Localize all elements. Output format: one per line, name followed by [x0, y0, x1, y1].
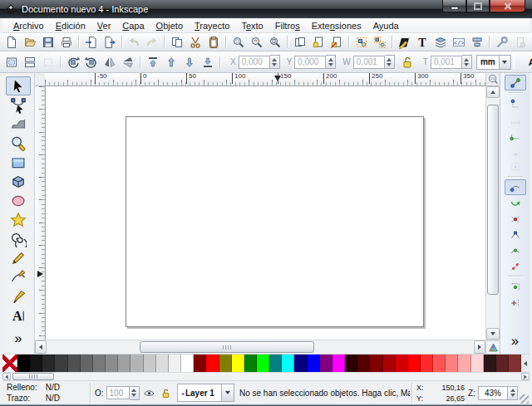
color-swatch-28[interactable] [357, 355, 370, 372]
color-swatch-36[interactable] [458, 355, 470, 372]
lower-to-bottom-button[interactable] [199, 54, 217, 71]
color-swatch-3[interactable] [42, 355, 55, 372]
chevron-down-icon[interactable] [221, 384, 234, 401]
color-swatch-5[interactable] [68, 355, 81, 372]
color-swatch-30[interactable] [383, 355, 396, 372]
resize-grip[interactable] [520, 394, 529, 404]
snap-cusp-nodes-button[interactable] [505, 227, 526, 242]
opacity-input[interactable] [106, 386, 130, 399]
color-swatch-15[interactable] [194, 355, 206, 372]
star-button[interactable] [6, 210, 31, 229]
snap-smooth-nodes-button[interactable] [505, 242, 526, 258]
snap-path-intersections-button[interactable] [505, 211, 526, 227]
menu-ver[interactable]: Ver [91, 19, 117, 32]
color-swatch-18[interactable] [232, 355, 244, 372]
fill-stroke-indicator[interactable]: Relleno: N/D Trazo: N/D [2, 381, 88, 404]
cms-display-adjust-button[interactable] [487, 341, 500, 354]
menu-trayecto[interactable]: Trayecto [189, 19, 235, 32]
vertical-ruler[interactable] [35, 86, 46, 340]
menu-ayuda[interactable]: Ayuda [367, 19, 405, 32]
redo-button[interactable] [143, 34, 161, 51]
color-swatch-12[interactable] [156, 355, 169, 372]
color-swatch-34[interactable] [433, 355, 446, 372]
x-spin-buttons[interactable] [270, 55, 280, 69]
color-swatch-8[interactable] [106, 355, 118, 372]
color-swatch-11[interactable] [144, 355, 156, 372]
titlebar[interactable]: Documento nuevo 4 - Inkscape [0, 0, 532, 18]
scroll-right-button[interactable] [474, 340, 485, 354]
h-spin-buttons[interactable] [462, 55, 472, 69]
import-button[interactable] [82, 34, 101, 51]
color-swatch-26[interactable] [332, 355, 345, 372]
color-swatch-13[interactable] [169, 355, 181, 372]
cut-button[interactable] [186, 34, 204, 51]
color-swatch-20[interactable] [257, 355, 269, 372]
snap-nodes-button[interactable] [505, 179, 526, 195]
w-input[interactable] [353, 56, 385, 69]
w-spin-buttons[interactable] [385, 55, 395, 69]
hscroll-thumb[interactable] [140, 341, 314, 353]
zoom-1-1-button[interactable]: 1:1 [487, 73, 500, 86]
snap-midpoints-button[interactable] [505, 258, 526, 274]
menu-extensiones[interactable]: Extensiones [306, 19, 367, 32]
xml-editor-button[interactable]: </> [450, 34, 468, 51]
ungroup-button[interactable] [371, 34, 389, 51]
export-button[interactable] [101, 34, 119, 51]
color-swatch-16[interactable] [206, 355, 219, 372]
scroll-left-button[interactable] [35, 340, 47, 354]
snap-object-centers-button[interactable] [505, 279, 526, 295]
horizontal-scrollbar[interactable] [35, 340, 500, 354]
snap-paths-button[interactable] [505, 195, 526, 211]
toolbox-overflow-chevron[interactable]: » [15, 331, 22, 346]
tweak-button[interactable] [6, 115, 31, 134]
snap-bbox-edges-button[interactable] [505, 111, 526, 127]
bezier-button[interactable] [6, 267, 31, 286]
snap-bbox-centers-button[interactable] [505, 159, 526, 174]
layers-dialog-button[interactable] [431, 34, 450, 51]
color-swatch-14[interactable] [181, 355, 194, 372]
hscroll-track[interactable] [47, 340, 474, 354]
color-swatch-33[interactable] [421, 355, 433, 372]
rotate-cw-button[interactable] [82, 54, 101, 71]
zoom-button[interactable] [6, 134, 31, 153]
snap-enable-button[interactable] [505, 75, 526, 90]
close-button[interactable] [490, 0, 525, 12]
flip-horizontal-button[interactable] [101, 54, 119, 71]
create-clone-button[interactable] [309, 34, 328, 51]
open-document-button[interactable] [21, 34, 39, 51]
palette-scrollbar[interactable] [2, 372, 530, 380]
color-swatch-35[interactable] [446, 355, 458, 372]
opacity-spin-buttons[interactable] [130, 386, 140, 400]
color-swatch-25[interactable] [320, 355, 332, 372]
color-swatch-1[interactable] [17, 355, 30, 372]
unit-select[interactable]: mm [476, 55, 511, 70]
save-document-button[interactable] [39, 34, 57, 51]
color-swatch-40[interactable] [509, 355, 521, 372]
zoom-spin-buttons[interactable] [508, 386, 518, 400]
zoom-page-button[interactable] [266, 34, 284, 51]
chevron-down-icon[interactable] [499, 56, 510, 69]
pencil-button[interactable] [6, 248, 31, 267]
document-properties-button[interactable] [511, 34, 530, 51]
color-swatch-38[interactable] [484, 355, 496, 372]
vscroll-track[interactable] [486, 98, 500, 328]
minimize-button[interactable] [442, 0, 466, 12]
ellipse-button[interactable] [6, 191, 31, 210]
paste-button[interactable] [204, 34, 223, 51]
y-input[interactable] [294, 56, 326, 69]
menu-objeto[interactable]: Objeto [150, 19, 189, 32]
color-swatch-9[interactable] [118, 355, 131, 372]
text-dialog-button[interactable]: T [413, 34, 431, 51]
layer-select[interactable]: - Layer 1 [177, 384, 234, 402]
raise-button[interactable] [162, 54, 180, 71]
horizontal-ruler[interactable]: -50050100150200250300350 [45, 73, 485, 86]
box-3d-button[interactable] [6, 172, 31, 191]
zoom-input[interactable] [478, 386, 508, 400]
color-swatch-2[interactable] [30, 355, 42, 372]
calligraphy-button[interactable] [6, 286, 31, 306]
color-swatch-31[interactable] [396, 355, 408, 372]
color-swatch-22[interactable] [282, 355, 294, 372]
scroll-down-button[interactable] [486, 328, 500, 340]
color-swatch-39[interactable] [496, 355, 509, 372]
color-swatch-24[interactable] [308, 355, 320, 372]
